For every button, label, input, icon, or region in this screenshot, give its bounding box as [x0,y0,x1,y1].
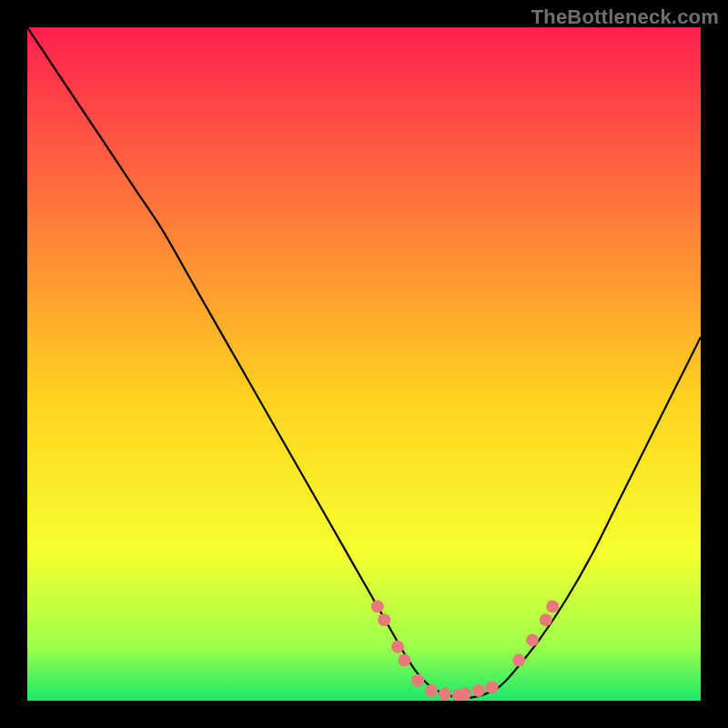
marker-dot [526,633,539,646]
marker-dot [411,674,424,687]
marker-dot [378,613,390,626]
marker-dot [512,654,525,667]
marker-dot [546,600,559,612]
marker-dot [540,613,552,626]
gradient-background [27,27,701,701]
chart-frame [27,27,701,701]
watermark-text: TheBottleneck.com [531,5,719,29]
marker-dot [391,641,404,653]
marker-dot [439,688,451,701]
marker-dot [425,684,438,697]
marker-dot [472,684,485,697]
marker-dot [486,681,499,693]
marker-dot [371,600,384,612]
marker-dot [398,654,410,667]
bottleneck-chart [27,27,701,701]
marker-dot [459,688,471,701]
